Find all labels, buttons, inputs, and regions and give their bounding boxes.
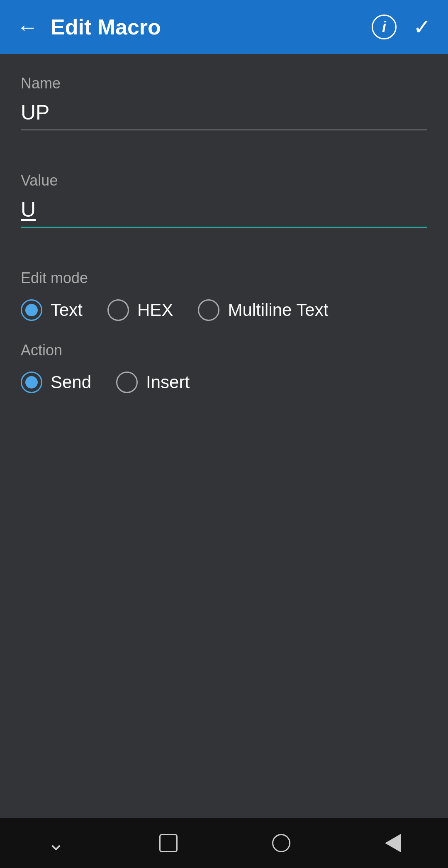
radio-label-send: Send: [51, 372, 91, 392]
edit-mode-section: Edit mode Text HEX Multiline Text: [21, 269, 427, 321]
action-label: Action: [21, 342, 427, 359]
circle-icon: [272, 834, 290, 852]
radio-label-insert: Insert: [146, 372, 190, 392]
radio-circle-insert: [116, 372, 138, 393]
name-input[interactable]: [21, 100, 427, 130]
header-right: i ✓: [372, 15, 431, 39]
confirm-button[interactable]: ✓: [413, 15, 431, 39]
radio-circle-hex: [107, 299, 129, 321]
nav-back-button[interactable]: [385, 834, 401, 852]
main-content: Name Value Edit mode Text HEX Multiline …: [0, 54, 448, 393]
nav-circle-button[interactable]: [272, 834, 290, 852]
action-radio-group: Send Insert: [21, 372, 427, 393]
back-triangle-icon: [385, 834, 401, 852]
radio-option-multiline[interactable]: Multiline Text: [198, 299, 328, 321]
edit-mode-label: Edit mode: [21, 269, 427, 287]
radio-label-multiline: Multiline Text: [228, 300, 328, 320]
name-label: Name: [21, 75, 427, 92]
action-section: Action Send Insert: [21, 342, 427, 393]
radio-option-hex[interactable]: HEX: [107, 299, 173, 321]
name-section: Name: [21, 75, 427, 151]
header-left: ← Edit Macro: [17, 15, 161, 39]
radio-label-hex: HEX: [137, 300, 173, 320]
radio-option-text[interactable]: Text: [21, 299, 83, 321]
app-header: ← Edit Macro i ✓: [0, 0, 448, 54]
edit-mode-radio-group: Text HEX Multiline Text: [21, 299, 427, 321]
value-label: Value: [21, 172, 427, 189]
radio-circle-text: [21, 299, 42, 321]
radio-circle-send: [21, 372, 42, 393]
value-input[interactable]: [21, 198, 427, 228]
square-icon: [159, 834, 178, 852]
nav-bar: ⌄: [0, 818, 448, 868]
radio-option-insert[interactable]: Insert: [116, 372, 190, 393]
info-button[interactable]: i: [372, 15, 397, 39]
back-button[interactable]: ←: [17, 16, 38, 38]
radio-label-text: Text: [51, 300, 83, 320]
page-title: Edit Macro: [51, 15, 161, 39]
nav-square-button[interactable]: [159, 834, 178, 852]
nav-chevron-down-button[interactable]: ⌄: [47, 831, 65, 855]
radio-option-send[interactable]: Send: [21, 372, 91, 393]
value-section: Value: [21, 172, 427, 249]
radio-circle-multiline: [198, 299, 219, 321]
